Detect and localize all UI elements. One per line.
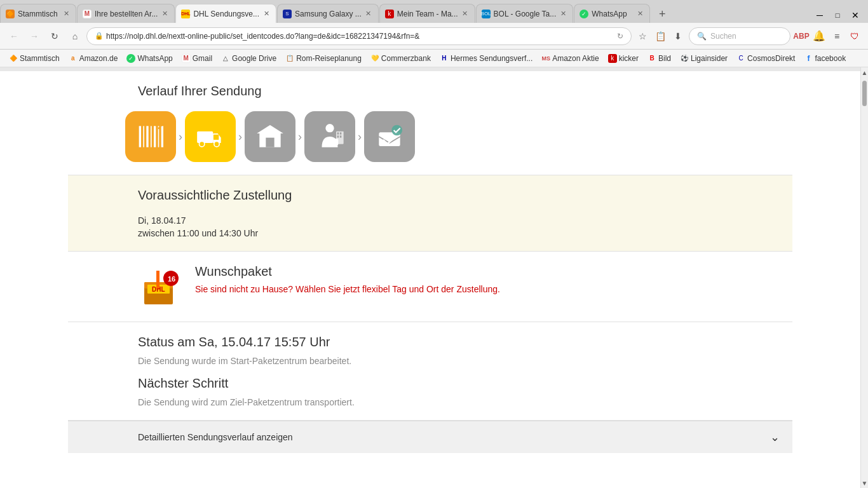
tab-close-samsung[interactable]: ✕ [364,10,373,18]
tab-samsung[interactable]: S Samsung Galaxy ... ✕ [277,4,379,23]
arrow-4: › [358,130,362,144]
next-step-text: Die Sendung wird zum Ziel-Paketzentrum t… [138,397,780,407]
svg-rect-1 [143,126,144,147]
bookmark-ligainsider[interactable]: ⚽ Ligainsider [676,51,731,65]
tab-close-dhl[interactable]: ✕ [262,10,271,18]
bookmark-list-icon[interactable]: 📋 [652,28,668,44]
tab-label-samsung: Samsung Galaxy ... [295,10,362,18]
svg-rect-15 [266,138,274,147]
url-bar[interactable]: 🔒 https://nolp.dhl.de/nextt-online-publi… [86,27,632,45]
bookmark-label-amazon: Amazon.de [79,54,118,63]
bookmark-favicon-gmail: M [182,54,191,63]
extra-nav-icons: ABP 🔔 ≡ 🛡 [793,28,863,44]
step-truck [185,111,236,162]
bookmark-amazon-aktie[interactable]: MS Amazon Aktie [538,51,602,65]
bookmark-label-rom: Rom-Reiseplanung [296,54,362,63]
bookmark-cosmos[interactable]: C CosmosDirekt [733,51,799,65]
scrollbar-track[interactable] [861,78,868,478]
back-button[interactable]: ← [5,27,23,45]
search-bar[interactable]: 🔍 Suchen [689,27,790,45]
delivery-time: zwischen 11:00 und 14:30 Uhr [138,228,780,238]
minimize-button[interactable]: ─ [812,8,827,23]
step-warehouse [245,111,295,162]
extensions-icon[interactable]: ABP [793,28,810,44]
bookmark-stammtisch[interactable]: 🔶 Stammtisch [5,51,64,65]
browser-window: 🔶 Stammtisch ✕ M Ihre bestellten Ar... ✕… [0,0,868,488]
wunschpaket-title: Wunschpaket [195,264,780,279]
search-icon: 🔍 [697,32,707,41]
bookmark-hermes[interactable]: H Hermes Sendungsverf... [436,51,536,65]
tab-dhl[interactable]: DHL DHL Sendungsve... ✕ [175,4,276,23]
section-details-toggle[interactable]: Detaillierten Sendungsverlauf anzeigen ⌄ [68,421,792,453]
bookmark-label-amazon-aktie: Amazon Aktie [552,54,599,63]
verlauf-title: Verlauf Ihrer Sendung [138,84,780,98]
step-delivered [364,111,415,162]
nav-bar: ← → ↻ ⌂ 🔒 https://nolp.dhl.de/nextt-onli… [0,23,868,50]
tab-label-whatsapp: WhatsApp [592,10,633,18]
tab-stammtisch[interactable]: 🔶 Stammtisch ✕ [0,4,76,23]
bookmark-favicon-stammtisch: 🔶 [9,54,18,63]
bookmark-favicon-gdrive: △ [221,54,230,63]
svg-rect-2 [146,126,148,147]
download-icon[interactable]: ⬇ [670,28,686,44]
svg-rect-8 [197,132,213,143]
forward-button[interactable]: → [25,27,43,45]
menu-icon[interactable]: ≡ [829,28,845,44]
notification-icon[interactable]: 🔔 [811,28,827,44]
arrow-3: › [298,130,302,144]
bookmark-rom[interactable]: 📋 Rom-Reiseplanung [281,51,365,65]
arrow-2: › [238,130,242,144]
bookmark-facebook[interactable]: f facebook [800,51,850,65]
svg-rect-22 [340,135,342,137]
tab-whatsapp[interactable]: ✓ WhatsApp ✕ [574,4,650,23]
bookmark-label-gdrive: Google Drive [232,54,276,63]
star-icon[interactable]: ☆ [634,28,651,44]
svg-marker-13 [257,125,283,133]
tab-kicker[interactable]: k Mein Team - Ma... ✕ [379,4,475,23]
reload-button[interactable]: ↻ [46,27,64,45]
content-area: Verlauf Ihrer Sendung [0,67,868,488]
tab-close-gmail[interactable]: ✕ [160,10,169,18]
url-text: https://nolp.dhl.de/nextt-online-public/… [106,32,614,41]
next-step-title: Nächster Schritt [138,376,780,391]
bookmark-favicon-commerzbank: 💛 [370,54,379,63]
bookmark-gmail[interactable]: M Gmail [178,51,216,65]
details-label: Detaillierten Sendungsverlauf anzeigen [138,432,293,442]
svg-point-24 [391,125,402,136]
home-button[interactable]: ⌂ [66,27,84,45]
close-button[interactable]: ✕ [848,8,863,23]
tab-bol[interactable]: BOL BOL - Google Ta... ✕ [476,4,574,23]
new-tab-button[interactable]: + [653,5,671,23]
svg-rect-31 [156,271,159,288]
tab-gmail[interactable]: M Ihre bestellten Ar... ✕ [77,4,175,23]
svg-rect-5 [158,126,159,147]
delivered-icon [374,121,405,152]
scrollbar-thumb[interactable] [862,81,867,106]
scrollbar-up-button[interactable]: ▲ [861,67,868,78]
bookmarks-bar: 🔶 Stammtisch a Amazon.de ✓ WhatsApp M Gm… [0,50,868,67]
maximize-button[interactable]: □ [830,8,845,23]
tab-favicon-dhl: DHL [181,10,190,18]
status-title: Status am Sa, 15.04.17 15:57 Uhr [138,335,780,349]
section-wunschpaket: DHL 16 Wunschpaket Sie sind nicht zu Hau… [68,252,792,322]
bookmark-whatsapp[interactable]: ✓ WhatsApp [123,51,176,65]
bookmark-bild[interactable]: B Bild [644,51,675,65]
tab-close-kicker[interactable]: ✕ [461,10,470,18]
bookmark-commerzbank[interactable]: 💛 Commerzbank [367,51,435,65]
scrollbar[interactable]: ▲ ▼ [860,67,868,488]
bookmark-gdrive[interactable]: △ Google Drive [217,51,280,65]
shield-icon[interactable]: 🛡 [846,28,863,44]
reload-icon: ↻ [617,32,623,41]
tab-close-whatsapp[interactable]: ✕ [635,10,644,18]
bookmark-label-whatsapp: WhatsApp [137,54,172,63]
scrollbar-down-button[interactable]: ▼ [861,478,868,488]
svg-rect-20 [340,132,342,134]
bookmark-kicker[interactable]: k kicker [604,51,642,65]
bookmark-amazon[interactable]: a Amazon.de [65,51,122,65]
bookmark-favicon-amazon-aktie: MS [541,54,550,63]
bookmark-label-kicker: kicker [619,54,639,63]
warehouse-icon [254,121,286,152]
svg-point-16 [325,124,334,132]
tab-close-bol[interactable]: ✕ [559,10,567,18]
tab-close-stammtisch[interactable]: ✕ [62,10,71,18]
